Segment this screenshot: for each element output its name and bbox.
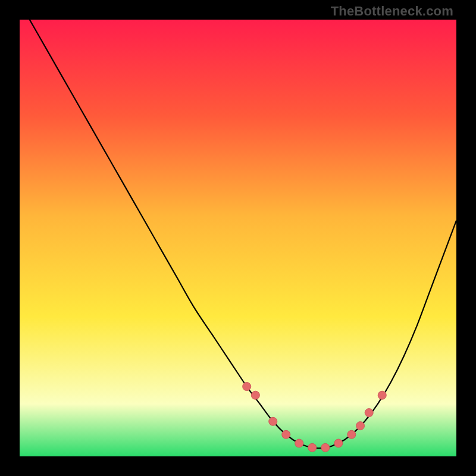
watermark-text: TheBottleneck.com [331,4,453,19]
marker-point [269,417,277,425]
marker-point [378,391,386,399]
marker-point [365,409,373,417]
marker-point [347,430,356,439]
marker-point [295,439,303,447]
chart-frame: TheBottleneck.com [0,0,476,476]
plot-area [20,20,456,456]
marker-point [334,439,343,447]
bottleneck-curve [20,20,456,456]
marker-point [282,430,290,439]
marker-point [356,422,365,430]
marker-point [321,443,330,452]
marker-point [308,443,317,452]
marker-point [251,391,259,399]
marker-point [243,383,251,391]
